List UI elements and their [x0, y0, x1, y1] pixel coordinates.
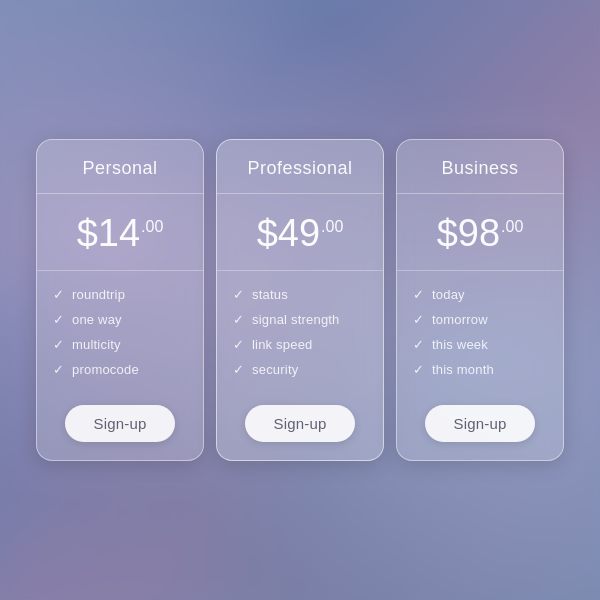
list-item: ✓tomorrow — [413, 312, 547, 327]
feature-label: today — [432, 287, 465, 302]
plan-name-professional: Professional — [247, 158, 352, 178]
feature-label: roundtrip — [72, 287, 125, 302]
checkmark-icon: ✓ — [53, 338, 64, 351]
checkmark-icon: ✓ — [413, 363, 424, 376]
list-item: ✓status — [233, 287, 367, 302]
plan-price-personal: $14.00 — [47, 214, 193, 252]
checkmark-icon: ✓ — [53, 288, 64, 301]
plan-footer-business: Sign-up — [397, 391, 563, 460]
list-item: ✓roundtrip — [53, 287, 187, 302]
feature-label: this month — [432, 362, 494, 377]
plan-price-section-business: $98.00 — [397, 194, 563, 271]
feature-label: tomorrow — [432, 312, 488, 327]
price-cents-personal: .00 — [141, 218, 163, 236]
plan-card-personal: Personal$14.00✓roundtrip✓one way✓multici… — [36, 139, 204, 461]
checkmark-icon: ✓ — [233, 288, 244, 301]
signup-button-professional[interactable]: Sign-up — [245, 405, 355, 442]
list-item: ✓today — [413, 287, 547, 302]
feature-label: status — [252, 287, 288, 302]
plan-features-business: ✓today✓tomorrow✓this week✓this month — [397, 271, 563, 391]
list-item: ✓signal strength — [233, 312, 367, 327]
list-item: ✓this week — [413, 337, 547, 352]
feature-label: this week — [432, 337, 488, 352]
list-item: ✓security — [233, 362, 367, 377]
price-cents-business: .00 — [501, 218, 523, 236]
price-main-business: $98 — [437, 214, 500, 252]
feature-label: link speed — [252, 337, 313, 352]
plan-card-professional: Professional$49.00✓status✓signal strengt… — [216, 139, 384, 461]
plan-price-business: $98.00 — [407, 214, 553, 252]
feature-label: signal strength — [252, 312, 340, 327]
checkmark-icon: ✓ — [53, 363, 64, 376]
checkmark-icon: ✓ — [233, 313, 244, 326]
list-item: ✓one way — [53, 312, 187, 327]
feature-label: security — [252, 362, 298, 377]
plan-footer-professional: Sign-up — [217, 391, 383, 460]
signup-button-personal[interactable]: Sign-up — [65, 405, 175, 442]
list-item: ✓multicity — [53, 337, 187, 352]
plan-header-personal: Personal — [37, 140, 203, 194]
plan-features-personal: ✓roundtrip✓one way✓multicity✓promocode — [37, 271, 203, 391]
feature-label: promocode — [72, 362, 139, 377]
price-main-professional: $49 — [257, 214, 320, 252]
checkmark-icon: ✓ — [413, 313, 424, 326]
checkmark-icon: ✓ — [233, 363, 244, 376]
pricing-container: Personal$14.00✓roundtrip✓one way✓multici… — [16, 119, 584, 481]
feature-label: multicity — [72, 337, 121, 352]
signup-button-business[interactable]: Sign-up — [425, 405, 535, 442]
checkmark-icon: ✓ — [413, 338, 424, 351]
plan-price-section-professional: $49.00 — [217, 194, 383, 271]
list-item: ✓promocode — [53, 362, 187, 377]
plan-header-professional: Professional — [217, 140, 383, 194]
plan-name-business: Business — [441, 158, 518, 178]
plan-features-professional: ✓status✓signal strength✓link speed✓secur… — [217, 271, 383, 391]
plan-header-business: Business — [397, 140, 563, 194]
checkmark-icon: ✓ — [413, 288, 424, 301]
price-cents-professional: .00 — [321, 218, 343, 236]
plan-price-professional: $49.00 — [227, 214, 373, 252]
plan-card-business: Business$98.00✓today✓tomorrow✓this week✓… — [396, 139, 564, 461]
list-item: ✓link speed — [233, 337, 367, 352]
checkmark-icon: ✓ — [53, 313, 64, 326]
plan-footer-personal: Sign-up — [37, 391, 203, 460]
checkmark-icon: ✓ — [233, 338, 244, 351]
list-item: ✓this month — [413, 362, 547, 377]
plan-name-personal: Personal — [82, 158, 157, 178]
feature-label: one way — [72, 312, 122, 327]
price-main-personal: $14 — [77, 214, 140, 252]
plan-price-section-personal: $14.00 — [37, 194, 203, 271]
